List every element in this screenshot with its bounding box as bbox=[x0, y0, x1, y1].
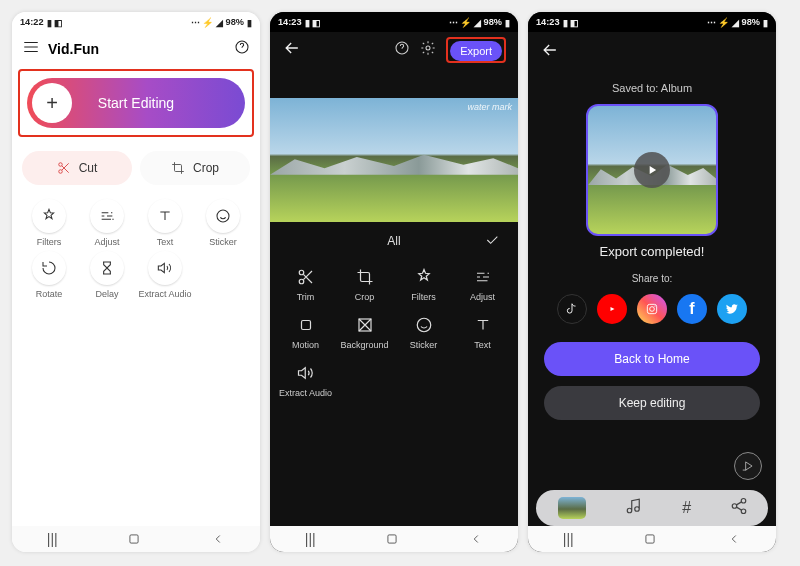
screen-editor: 14:23 ▮ ◧ ⋯ ⚡ ◢ 98% ▮ Export bbox=[270, 12, 518, 552]
gallery-thumbnail[interactable] bbox=[558, 497, 586, 519]
tool-adjust[interactable]: Adjust bbox=[455, 268, 510, 302]
export-completed-label: Export completed! bbox=[528, 244, 776, 259]
app-title: Vid.Fun bbox=[48, 41, 99, 57]
plus-icon: + bbox=[32, 83, 72, 123]
status-bar: 14:22 ▮ ◧ ⋯ ⚡ ◢ 98% ▮ bbox=[12, 12, 260, 32]
hamburger-icon[interactable] bbox=[22, 38, 40, 59]
tool-sticker[interactable]: Sticker bbox=[196, 199, 250, 247]
tool-crop[interactable]: Crop bbox=[337, 268, 392, 302]
bottom-action-bar: # bbox=[536, 490, 768, 526]
share-tiktok-icon[interactable] bbox=[557, 294, 587, 324]
help-icon[interactable] bbox=[394, 40, 410, 60]
status-time: 14:23 bbox=[278, 17, 302, 27]
keep-editing-button[interactable]: Keep editing bbox=[544, 386, 760, 420]
tool-delay[interactable]: Delay bbox=[80, 251, 134, 299]
svg-point-2 bbox=[58, 170, 62, 174]
share-instagram-icon[interactable] bbox=[637, 294, 667, 324]
nav-home-icon[interactable] bbox=[385, 532, 399, 546]
svg-point-17 bbox=[733, 504, 738, 509]
tool-trim[interactable]: Trim bbox=[278, 268, 333, 302]
svg-point-14 bbox=[650, 307, 655, 312]
nav-back-icon[interactable] bbox=[211, 532, 225, 546]
share-to-label: Share to: bbox=[528, 273, 776, 284]
tool-filters[interactable]: Filters bbox=[22, 199, 76, 247]
nav-home-icon[interactable] bbox=[643, 532, 657, 546]
nav-recents-icon[interactable]: ||| bbox=[563, 531, 574, 547]
share-youtube-icon[interactable] bbox=[597, 294, 627, 324]
back-to-home-button[interactable]: Back to Home bbox=[544, 342, 760, 376]
status-time: 14:22 bbox=[20, 17, 44, 27]
svg-point-15 bbox=[654, 306, 655, 307]
android-nav-bar: ||| bbox=[270, 526, 518, 552]
help-icon[interactable] bbox=[234, 39, 250, 58]
share-facebook-icon[interactable]: f bbox=[677, 294, 707, 324]
svg-rect-9 bbox=[301, 321, 310, 330]
svg-point-8 bbox=[299, 279, 304, 284]
svg-point-7 bbox=[299, 270, 304, 275]
tool-motion[interactable]: Motion bbox=[278, 316, 333, 350]
svg-point-3 bbox=[217, 210, 229, 222]
screen-home: 14:22 ▮ ◧ ⋯ ⚡ ◢ 98% ▮ Vid.Fun + Start Ed… bbox=[12, 12, 260, 552]
watermark-label: water mark bbox=[467, 102, 512, 112]
back-icon[interactable] bbox=[282, 38, 302, 62]
export-highlight: Export bbox=[446, 37, 506, 63]
tool-extract-audio[interactable]: Extract Audio bbox=[278, 364, 333, 398]
nav-home-icon[interactable] bbox=[127, 532, 141, 546]
tool-background[interactable]: Background bbox=[337, 316, 392, 350]
music-icon[interactable] bbox=[625, 497, 643, 519]
nav-back-icon[interactable] bbox=[727, 532, 741, 546]
export-button[interactable]: Export bbox=[450, 41, 502, 61]
cut-button[interactable]: Cut bbox=[22, 151, 132, 185]
nav-recents-icon[interactable]: ||| bbox=[305, 531, 316, 547]
tab-all[interactable]: All bbox=[387, 234, 400, 248]
top-bar: Vid.Fun bbox=[12, 32, 260, 65]
share-twitter-icon[interactable] bbox=[717, 294, 747, 324]
top-bar bbox=[528, 32, 776, 72]
confirm-icon[interactable] bbox=[484, 232, 500, 251]
fab-editor-icon[interactable] bbox=[734, 452, 762, 480]
crop-button[interactable]: Crop bbox=[140, 151, 250, 185]
nav-back-icon[interactable] bbox=[469, 532, 483, 546]
tool-filters[interactable]: Filters bbox=[396, 268, 451, 302]
export-thumbnail[interactable] bbox=[586, 104, 718, 236]
status-battery: 98% bbox=[226, 17, 244, 27]
status-battery: 98% bbox=[484, 17, 502, 27]
tool-adjust[interactable]: Adjust bbox=[80, 199, 134, 247]
category-tab-row: All bbox=[270, 222, 518, 256]
share-icon[interactable] bbox=[730, 497, 748, 519]
tool-extract-audio[interactable]: Extract Audio bbox=[138, 251, 192, 299]
nav-recents-icon[interactable]: ||| bbox=[47, 531, 58, 547]
status-time: 14:23 bbox=[536, 17, 560, 27]
tool-text[interactable]: Text bbox=[138, 199, 192, 247]
screen-export-done: 14:23 ▮ ◧ ⋯ ⚡ ◢ 98% ▮ Saved to: Album Ex… bbox=[528, 12, 776, 552]
hashtag-icon[interactable]: # bbox=[682, 499, 691, 517]
status-bar: 14:23 ▮ ◧ ⋯ ⚡ ◢ 98% ▮ bbox=[528, 12, 776, 32]
status-battery: 98% bbox=[742, 17, 760, 27]
play-icon[interactable] bbox=[634, 152, 670, 188]
start-editing-button[interactable]: + Start Editing bbox=[27, 78, 245, 128]
svg-point-6 bbox=[426, 46, 430, 50]
editor-top-bar: Export bbox=[270, 32, 518, 68]
tool-sticker[interactable]: Sticker bbox=[396, 316, 451, 350]
start-editing-highlight: + Start Editing bbox=[18, 69, 254, 137]
svg-rect-4 bbox=[130, 535, 138, 543]
svg-point-1 bbox=[58, 163, 62, 167]
tool-text[interactable]: Text bbox=[455, 316, 510, 350]
saved-to-label: Saved to: Album bbox=[528, 82, 776, 94]
tool-rotate[interactable]: Rotate bbox=[22, 251, 76, 299]
svg-rect-19 bbox=[646, 535, 654, 543]
back-icon[interactable] bbox=[540, 46, 560, 63]
android-nav-bar: ||| bbox=[528, 526, 776, 552]
video-preview[interactable]: water mark bbox=[270, 98, 518, 222]
status-bar: 14:23 ▮ ◧ ⋯ ⚡ ◢ 98% ▮ bbox=[270, 12, 518, 32]
svg-point-16 bbox=[742, 499, 747, 504]
svg-point-11 bbox=[417, 318, 431, 332]
android-nav-bar: ||| bbox=[12, 526, 260, 552]
svg-point-18 bbox=[742, 509, 747, 514]
settings-icon[interactable] bbox=[420, 40, 436, 60]
svg-rect-12 bbox=[388, 535, 396, 543]
